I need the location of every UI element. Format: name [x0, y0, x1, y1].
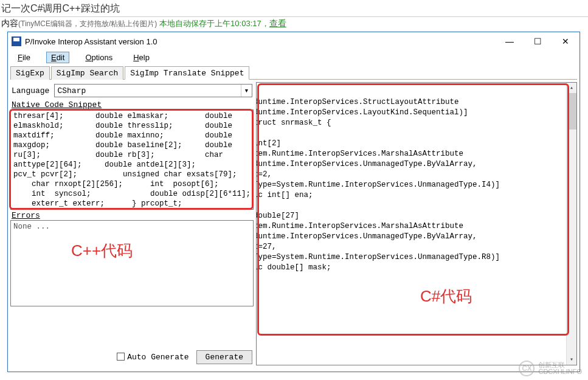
left-pane: Language CSharp ▾ Native Code Snippet th…	[10, 82, 254, 365]
app-window: P/Invoke Interop Assistant version 1.0 —…	[7, 32, 580, 372]
minimize-button[interactable]: —	[496, 32, 524, 50]
content-label: 内容	[1, 18, 18, 28]
close-button[interactable]: ✕	[552, 32, 579, 50]
right-pane: [System.Runtime.InteropServices.StructLa…	[256, 82, 577, 365]
scroll-thumb[interactable]	[567, 93, 576, 130]
native-code-input[interactable]: thresar[4]; double elmaskar; double elma…	[10, 109, 254, 210]
menu-file[interactable]: File	[13, 52, 35, 63]
editor-hint: (TinyMCE编辑器，支持拖放/粘贴上传图片)	[18, 19, 157, 28]
checkbox-icon[interactable]	[117, 353, 125, 361]
content-area: Language CSharp ▾ Native Code Snippet th…	[8, 80, 579, 368]
auto-generate-checkbox[interactable]: Auto Generate	[117, 353, 189, 362]
language-combo[interactable]: CSharp ▾	[54, 84, 252, 97]
generate-button[interactable]: Generate	[196, 350, 252, 364]
errors-label: Errors	[10, 210, 254, 220]
app-icon	[12, 36, 21, 46]
window-controls: — ☐ ✕	[496, 32, 579, 50]
menu-options[interactable]: Options	[80, 52, 117, 63]
menu-help[interactable]: Help	[128, 52, 154, 63]
language-label: Language	[12, 86, 49, 95]
maximize-button[interactable]: ☐	[524, 32, 552, 50]
tab-sigimp-translate[interactable]: SigImp Translate Snippet	[125, 66, 249, 80]
window-title: P/Invoke Interop Assistant version 1.0	[25, 37, 496, 46]
titlebar[interactable]: P/Invoke Interop Assistant version 1.0 —…	[8, 32, 579, 50]
watermark: CX 创新互联 CDCXHLINFO	[519, 361, 582, 376]
language-value: CSharp	[57, 86, 86, 95]
output-code[interactable]: [System.Runtime.InteropServices.StructLa…	[256, 82, 577, 365]
generate-row: Auto Generate Generate	[10, 347, 254, 365]
tabstrip: SigExp SigImp Search SigImp Translate Sn…	[10, 66, 577, 80]
page-title: 记一次C#调用C++踩过的坑	[0, 0, 588, 17]
native-code-label: Native Code Snippet	[10, 99, 254, 109]
tab-sigimp-search[interactable]: SigImp Search	[51, 66, 123, 80]
menu-edit[interactable]: Edit	[46, 52, 69, 63]
errors-output: None ...	[10, 220, 254, 306]
language-row: Language CSharp ▾	[10, 82, 254, 99]
output-text: [System.Runtime.InteropServices.StructLa…	[256, 97, 500, 283]
view-link[interactable]: 查看	[269, 18, 286, 28]
chevron-down-icon[interactable]: ▾	[241, 85, 252, 97]
scroll-up-icon[interactable]: ▴	[567, 83, 576, 93]
autosave-text: 本地自动保存于上午10:03:17，	[159, 19, 269, 28]
watermark-line2: CDCXHLINFO	[538, 368, 582, 375]
watermark-logo-icon: CX	[519, 361, 534, 376]
menubar: File Edit Options Help	[8, 50, 579, 66]
vertical-scrollbar[interactable]: ▴ ▾	[566, 83, 576, 365]
tab-sigexp[interactable]: SigExp	[10, 66, 50, 80]
subtitle-row: 内容(TinyMCE编辑器，支持拖放/粘贴上传图片) 本地自动保存于上午10:0…	[0, 17, 588, 32]
